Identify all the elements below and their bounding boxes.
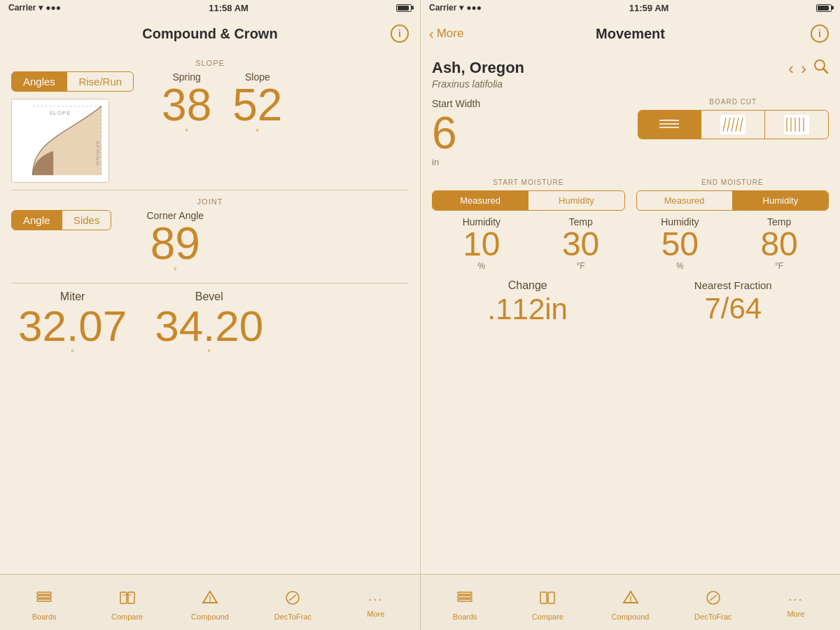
tab-boards-label-left: Boards (32, 612, 57, 621)
right-phone-screen: Carrier ▾ ●●● 11:59 AM ‹ More Movement i… (420, 0, 840, 630)
start-width-unit: in (432, 157, 624, 167)
svg-rect-35 (458, 592, 472, 594)
miter-bevel-row: Miter 32.07 ° Bevel 34.20 ° (11, 290, 409, 358)
wood-latin: Fraxinus latifolia (432, 78, 829, 90)
bevel-value: 34.20 (155, 304, 263, 348)
joint-segment-control[interactable]: Angle Sides (11, 210, 111, 230)
right-nav-header: ‹ More Movement i (421, 15, 840, 52)
tab-dectofrac-right[interactable]: DecToFrac (672, 584, 755, 621)
tab-compound-label-right: Compound (612, 612, 650, 621)
slope-val: 52 (232, 83, 282, 127)
slope-seg-riserun[interactable]: Rise/Run (67, 72, 133, 91)
right-content: Ash, Oregon Fraxinus latifolia ‹ › Start… (421, 52, 840, 574)
left-wifi-icon: ▾ (38, 3, 43, 13)
back-button-label: More (437, 27, 464, 41)
slope-seg-angles[interactable]: Angles (12, 72, 66, 91)
svg-rect-33 (458, 596, 472, 598)
start-width-value: 6 (432, 111, 624, 155)
start-moisture-segment[interactable]: Measured Humidity (432, 190, 625, 211)
svg-rect-34 (458, 599, 472, 601)
end-moisture-group: END MOISTURE Measured Humidity (636, 178, 830, 211)
end-humidity-btn[interactable]: Humidity (732, 191, 828, 210)
corner-angle-value: 89 (150, 221, 200, 266)
tab-boards-label-right: Boards (453, 612, 477, 621)
right-info-button[interactable]: i (811, 24, 829, 43)
end-measured-btn[interactable]: Measured (637, 191, 732, 210)
tab-dectofrac-label-right: DecToFrac (694, 612, 732, 621)
left-signal-icon: ●●● (46, 3, 61, 13)
moisture-row: START MOISTURE Measured Humidity END MOI… (432, 178, 829, 211)
divider-2 (11, 283, 409, 284)
miter-value: 32.07 (18, 304, 127, 348)
right-carrier: Carrier (429, 3, 456, 13)
start-temp-value: 30 (531, 227, 631, 261)
miter-group: Miter 32.07 ° (18, 290, 127, 358)
svg-line-14 (289, 595, 296, 601)
change-value: .112in (432, 295, 624, 324)
tab-compound-left[interactable]: Compound (169, 584, 251, 621)
tab-compound-right[interactable]: Compound (589, 584, 671, 621)
svg-rect-17 (657, 115, 682, 134)
divider-1 (11, 190, 409, 190)
slope-value-group: Slope 52 ° (232, 71, 282, 137)
svg-rect-7 (37, 592, 51, 594)
joint-label: JOINT (11, 197, 409, 206)
tab-more-left[interactable]: ··· More (335, 587, 417, 618)
slope-segment-control[interactable]: Angles Rise/Run (11, 71, 134, 92)
corner-angle-group: Corner Angle 89 ° (146, 210, 204, 276)
start-measured-btn[interactable]: Measured (433, 191, 528, 210)
board-cut-rift[interactable] (764, 111, 828, 139)
back-chevron-icon: ‹ (429, 26, 434, 42)
compare-icon-right (539, 590, 556, 610)
tab-boards-right[interactable]: Boards (424, 584, 506, 621)
end-moisture-segment[interactable]: Measured Humidity (636, 190, 830, 211)
tab-compare-left[interactable]: Compare (85, 584, 168, 621)
start-temp-unit: °F (531, 261, 631, 271)
change-group: Change .112in (432, 279, 624, 324)
right-status-left: Carrier ▾ ●●● (429, 3, 482, 13)
left-info-button[interactable]: i (391, 24, 409, 43)
slope-row: Angles Rise/Run (11, 71, 409, 183)
start-humidity-btn[interactable]: Humidity (528, 191, 624, 210)
left-status-bar: Carrier ▾ ●●● 11:58 AM (0, 0, 420, 15)
slope-section: SLOPE Angles Rise/Run (11, 59, 409, 183)
joint-seg-sides[interactable]: Sides (62, 211, 111, 230)
search-button[interactable] (813, 59, 829, 78)
svg-line-16 (823, 69, 827, 73)
next-wood-button[interactable]: › (801, 59, 806, 78)
width-cut-row: Start Width 6 in BOARD CUT (432, 98, 829, 167)
compare-icon-left (119, 590, 136, 610)
left-tab-bar: Boards Compare Compound (0, 574, 420, 630)
tab-more-label-left: More (367, 610, 384, 618)
board-cut-controls[interactable] (638, 110, 830, 139)
svg-rect-37 (548, 592, 554, 603)
spring-value: 38 (162, 83, 211, 127)
svg-rect-6 (37, 599, 51, 601)
svg-rect-8 (120, 592, 127, 603)
board-cut-quarter[interactable] (701, 111, 764, 139)
dectofrac-icon-right (705, 590, 722, 610)
end-humidity-value: 50 (631, 227, 730, 261)
left-content: SLOPE Angles Rise/Run (0, 52, 420, 574)
moisture-section: START MOISTURE Measured Humidity END MOI… (432, 178, 829, 271)
crown-svg: SLOPE SPRING (12, 99, 108, 182)
back-button[interactable]: ‹ More (429, 26, 463, 42)
left-time: 11:58 AM (209, 3, 248, 13)
tab-compare-right[interactable]: Compare (506, 584, 589, 621)
left-nav-header: Compound & Crown i (0, 15, 420, 52)
joint-seg-angle[interactable]: Angle (12, 211, 61, 230)
tab-compare-label-left: Compare (111, 612, 143, 621)
board-cut-flat[interactable] (638, 111, 701, 139)
tab-more-right[interactable]: ··· More (755, 587, 837, 618)
tab-compare-label-right: Compare (532, 612, 564, 621)
joint-row: Angle Sides Corner Angle 89 ° (11, 210, 409, 276)
compound-icon-left (202, 590, 218, 610)
prev-wood-button[interactable]: ‹ (788, 59, 794, 78)
board-cut-group: BOARD CUT (638, 98, 830, 139)
start-moisture-group: START MOISTURE Measured Humidity (432, 178, 625, 211)
end-humidity-unit: % (631, 261, 730, 271)
right-tab-bar: Boards Compare Compound (421, 574, 840, 630)
left-battery-icon (396, 4, 412, 12)
tab-boards-left[interactable]: Boards (3, 584, 85, 621)
tab-dectofrac-left[interactable]: DecToFrac (251, 584, 334, 621)
